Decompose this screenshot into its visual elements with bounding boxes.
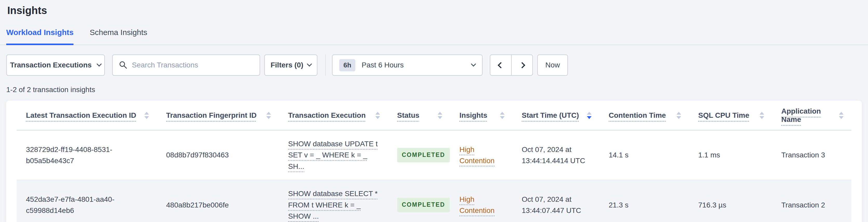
column-header-transaction-execution[interactable]: Transaction Execution [279,101,388,130]
tab-workload-insights[interactable]: Workload Insights [6,28,73,45]
cell-fingerprint-id: 08d8b7d97f830463 [157,130,279,180]
previous-time-range-button[interactable] [490,55,512,76]
insight-link[interactable]: High Contention [459,146,494,165]
sort-icon[interactable] [839,112,844,119]
execution-type-dropdown-label: Transaction Executions [10,61,92,69]
cell-contention-time: 14.1 s [599,130,689,180]
cell-contention-time: 21.3 s [599,180,689,222]
chevron-left-icon [498,62,504,68]
insight-link[interactable]: High Contention [459,195,494,215]
cell-transaction-execution: SHOW database SELECT * FROM t WHERE k = … [279,180,388,222]
column-header-status[interactable]: Status [388,101,450,130]
sort-icon[interactable] [438,112,442,119]
search-input[interactable] [132,61,253,69]
transaction-execution-link[interactable]: SHOW database UPDATE t SET v = _ WHERE k… [288,140,378,170]
time-range-label: Past 6 Hours [362,61,404,69]
filters-dropdown[interactable]: Filters (0) [264,55,317,76]
cell-transaction-execution: SHOW database UPDATE t SET v = _ WHERE k… [279,130,388,180]
sort-icon[interactable] [760,112,764,119]
sort-icon[interactable] [144,112,149,119]
time-range-pager [490,55,533,76]
toolbar: Transaction Executions Filters (0) 6h Pa… [6,55,862,76]
cell-fingerprint-id: 480a8b217be006fe [157,180,279,222]
results-summary: 1-2 of 2 transaction insights [6,86,862,94]
status-badge: COMPLETED [397,148,450,162]
insights-table-card: Latest Transaction Execution ID Transact… [6,101,862,222]
time-range-picker[interactable]: 6h Past 6 Hours [332,55,483,76]
tab-schema-insights[interactable]: Schema Insights [90,28,147,44]
cell-start-time: Oct 07, 2024 at 13:44:14.4414 UTC [513,130,599,180]
cell-sql-cpu-time: 716.3 µs [689,180,772,222]
cell-application-name: Transaction 3 [772,130,851,180]
page-title: Insights [7,4,862,17]
cell-status: COMPLETED [388,130,450,180]
column-header-transaction-fingerprint-id[interactable]: Transaction Fingerprint ID [157,101,279,130]
toolbar-divider [325,55,326,76]
filters-dropdown-label: Filters (0) [271,61,303,69]
time-range-badge: 6h [339,59,355,71]
cell-latest-execution-id: 328729d2-ff19-4408-8531-b05a5b4e43c7 [17,130,157,180]
column-header-sql-cpu-time[interactable]: SQL CPU Time [689,101,772,130]
chevron-right-icon [519,62,525,68]
now-button-label: Now [545,61,560,69]
transaction-insights-table: Latest Transaction Execution ID Transact… [17,101,851,222]
column-header-contention-time[interactable]: Contention Time [599,101,689,130]
sort-icon[interactable] [375,112,380,119]
sort-icon[interactable] [676,112,681,119]
search-box [112,55,260,76]
now-button[interactable]: Now [537,55,568,76]
column-header-insights[interactable]: Insights [450,101,513,130]
next-time-range-button[interactable] [511,55,533,76]
column-header-start-time[interactable]: Start Time (UTC) [513,101,599,130]
cell-insights: High Contention [450,130,513,180]
status-badge: COMPLETED [397,198,450,212]
cell-latest-execution-id: 452da3e7-e7fa-4801-aa40-c59988d14eb6 [17,180,157,222]
cell-insights: High Contention [450,180,513,222]
chevron-down-icon [307,61,312,67]
table-header-row: Latest Transaction Execution ID Transact… [17,101,851,130]
column-header-application-name[interactable]: Application Name [772,101,851,130]
tab-bar: Workload Insights Schema Insights [0,28,868,45]
cell-start-time: Oct 07, 2024 at 13:44:07.447 UTC [513,180,599,222]
transaction-execution-link[interactable]: SHOW database SELECT * FROM t WHERE k = … [288,190,378,220]
cell-application-name: Transaction 2 [772,180,851,222]
page-header: Insights [0,0,868,17]
cell-sql-cpu-time: 1.1 ms [689,130,772,180]
sort-icon[interactable] [500,112,505,119]
execution-type-dropdown[interactable]: Transaction Executions [6,55,105,76]
chevron-down-icon [471,61,476,67]
sort-icon[interactable] [587,112,592,119]
column-header-latest-transaction-execution-id[interactable]: Latest Transaction Execution ID [17,101,157,130]
search-icon [119,61,128,69]
cell-status: COMPLETED [388,180,450,222]
table-row: 452da3e7-e7fa-4801-aa40-c59988d14eb6 480… [17,180,851,222]
chevron-down-icon [97,61,102,67]
sort-icon[interactable] [266,112,271,119]
table-row: 328729d2-ff19-4408-8531-b05a5b4e43c7 08d… [17,130,851,180]
